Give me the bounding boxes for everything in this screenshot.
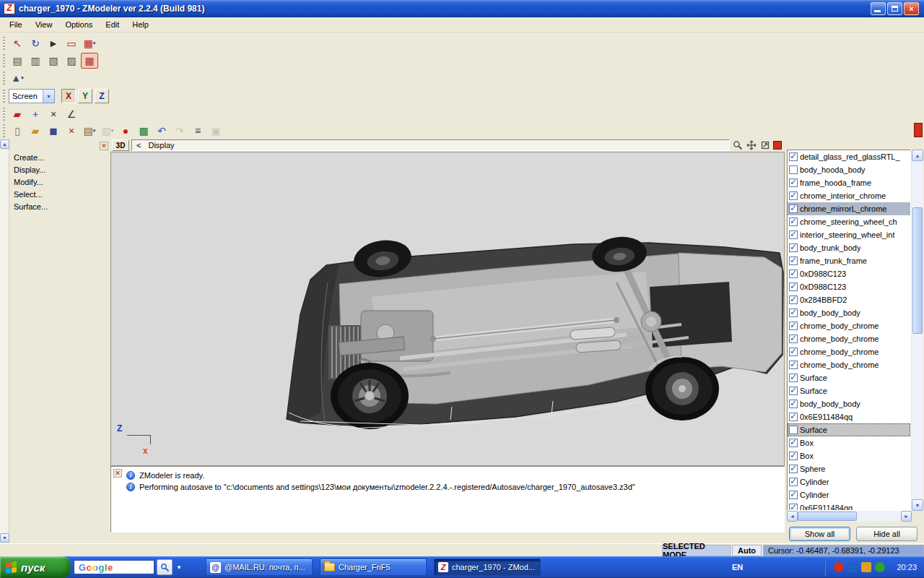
new-file-icon[interactable]: ▯ ▾ [9,123,26,139]
visibility-checkbox[interactable] [789,152,798,161]
z-axis-button[interactable]: Z [95,89,109,103]
log-close-icon[interactable]: ✕ [113,469,122,478]
command-panel-item[interactable]: Create... [9,152,110,164]
taskbar-item-folder[interactable]: Charger_FnF5 [320,558,427,576]
dropdown-arrow-icon[interactable]: ▾ [21,75,24,81]
dropdown-arrow-icon[interactable]: ▾ [93,128,96,134]
menu-item[interactable]: Help [126,18,155,31]
object-list-item[interactable]: frame_hooda_frame [788,176,910,189]
viewport-canvas[interactable]: Z x [110,152,785,466]
paint-icon[interactable]: ▰ ▾ [9,106,26,122]
object-list-item[interactable]: interior_steering_wheel_int [788,228,910,241]
axes-icon[interactable]: + ▾ [27,106,44,122]
language-indicator[interactable]: EN [728,556,747,578]
visibility-checkbox[interactable] [789,165,798,174]
visibility-checkbox[interactable] [789,217,798,226]
script-log-icon[interactable]: ≡ ▾ [189,123,206,139]
object-list-item[interactable]: Box [788,436,910,449]
object-list-vscrollbar[interactable]: ▲ ▼ [912,150,923,511]
taskbar-item-mail[interactable]: @ @MAIL.RU: почта, п... [206,558,313,576]
object-list-item[interactable]: body_hooda_body [788,163,910,176]
visibility-checkbox[interactable] [789,413,798,421]
minimize-button[interactable] [871,2,886,15]
dropdown-arrow-icon[interactable]: ▾ [93,40,96,46]
wireframe-view-icon[interactable]: ▤ ▾ [9,53,26,69]
toolbar-grip[interactable] [3,108,5,121]
object-list-item[interactable]: 0x6E911484qq [788,410,910,423]
taskbar-item-zmodeler[interactable]: Z charger_1970 - ZMod... [434,558,541,576]
object-list-item[interactable]: Sphere [788,462,910,475]
object-list-item[interactable]: 0x284BBFD2 [788,293,910,306]
delete-axes-icon[interactable]: × ▾ [45,106,62,122]
command-panel-scrollbar[interactable]: ▲ ▼ [0,139,9,543]
visibility-checkbox[interactable] [789,387,798,395]
visibility-checkbox[interactable] [789,491,798,499]
visibility-checkbox[interactable] [789,191,798,200]
search-icon[interactable] [157,559,173,575]
scroll-down-icon[interactable]: ▼ [912,499,923,511]
delete-icon[interactable]: × ▾ [63,123,80,139]
shaded-view-icon[interactable]: ▥ ▾ [27,53,44,69]
select-quadr-icon[interactable]: ▭ ▾ [63,35,80,51]
object-list-item[interactable]: 0x6E911484qq [788,501,910,511]
combo-dropdown-icon[interactable]: ▼ [43,90,54,103]
visibility-checkbox[interactable] [789,465,798,473]
scroll-right-icon[interactable]: ► [901,511,912,522]
object-list-item[interactable]: Cylinder [788,475,910,488]
object-list-hscrollbar[interactable]: ◄ ► [787,511,912,522]
search-input[interactable]: Google [74,560,154,574]
export-icon[interactable]: ▥ ▾ [99,123,116,139]
visibility-checkbox[interactable] [789,230,798,239]
auto-toggle[interactable]: Auto [732,545,762,556]
menu-item[interactable]: File [3,18,29,31]
scroll-up-icon[interactable]: ▲ [0,139,9,149]
object-list-item[interactable]: chrome_steering_wheel_ch [788,215,910,228]
visibility-checkbox[interactable] [789,282,798,291]
visibility-checkbox[interactable] [789,452,798,460]
visibility-checkbox[interactable] [789,322,798,330]
x-axis-button[interactable]: X [61,89,76,103]
maximize-button[interactable] [887,2,902,15]
toolbar-grip[interactable] [3,54,5,67]
select-arrow-icon[interactable]: ► ▾ [45,35,62,51]
visibility-checkbox[interactable] [789,478,798,486]
visibility-checkbox[interactable] [789,178,798,187]
object-list-item[interactable]: chrome_body_chrome [788,345,910,358]
redo-icon[interactable]: ↷ ▾ [171,123,188,139]
object-list-item[interactable]: Cylinder [788,488,910,501]
object-list-item[interactable]: 0xD988C123 [788,280,910,293]
object-list-item[interactable]: frame_trunk_frame [788,254,910,267]
measure-angle-icon[interactable]: ∠ ▾ [63,106,80,122]
selected-mode-indicator[interactable]: SELECTED MODE [662,545,731,556]
select-rotate-icon[interactable]: ↻ ▾ [27,35,44,51]
menu-item[interactable]: Edit [99,18,126,31]
visibility-checkbox[interactable] [789,296,798,304]
render-mode-icon[interactable]: ▦ ▾ [81,53,98,69]
hide-all-button[interactable]: Hide all [856,527,918,541]
settings-icon[interactable]: ▣ ▾ [207,123,225,139]
visibility-checkbox[interactable] [789,439,798,447]
import-icon[interactable]: ▤ ▾ [81,123,98,139]
visibility-checkbox[interactable] [789,400,798,408]
object-list-item[interactable]: chrome_interior_chrome [788,189,910,202]
visibility-checkbox[interactable] [789,335,798,343]
textured-view-icon[interactable]: ▧ ▾ [45,53,62,69]
scroll-left-icon[interactable]: ◄ [787,511,798,522]
menu-item[interactable]: Options [58,18,99,31]
visibility-checkbox[interactable] [789,426,798,434]
object-list-item[interactable]: Surface [788,423,910,436]
command-panel-item[interactable]: Modify... [9,176,110,189]
y-axis-button[interactable]: Y [78,89,92,103]
view-back-button[interactable]: < [136,141,141,150]
material-sphere-icon[interactable]: ● ▾ [117,123,134,139]
scroll-down-icon[interactable]: ▼ [0,533,9,543]
pan-icon[interactable] [746,140,757,151]
grid-view-icon[interactable]: ▨ ▾ [63,53,80,69]
object-list-item[interactable]: body_body_body [788,306,910,319]
selection-mode-icon[interactable]: ▦ ▾ [81,35,98,51]
object-list-item[interactable]: chrome_mirrorL_chrome [788,202,910,215]
save-file-icon[interactable]: ◼ ▾ [45,123,62,139]
primitive-cone-icon[interactable]: ▲ ▾ [9,70,26,86]
open-file-icon[interactable]: ▰ ▾ [27,123,44,139]
texture-image-icon[interactable]: ▩ ▾ [135,123,152,139]
